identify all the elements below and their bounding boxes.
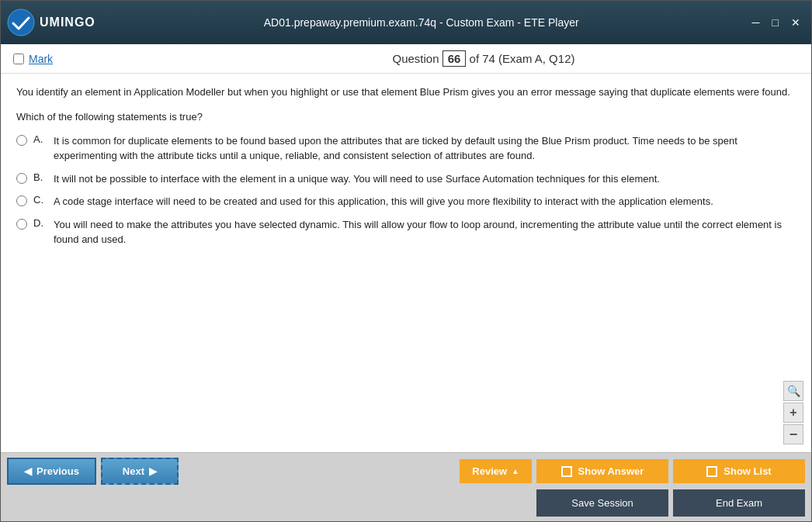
bottom-bar: ◀ Previous Next ▶ Review ▲ Show Answer xyxy=(1,452,811,521)
minimize-button[interactable]: ─ xyxy=(748,15,765,30)
option-row-c: C. A code stage interface will need to b… xyxy=(16,194,796,209)
question-of: of 74 (Exam A, Q12) xyxy=(470,52,575,65)
review-button[interactable]: Review ▲ xyxy=(460,459,532,483)
maximize-button[interactable]: □ xyxy=(768,15,783,30)
option-row-d: D. You will need to make the attributes … xyxy=(16,217,796,247)
next-arrow-icon: ▶ xyxy=(149,465,157,477)
option-text-c: A code stage interface will need to be c… xyxy=(54,194,713,209)
svg-point-0 xyxy=(8,9,34,36)
option-letter-d: D. xyxy=(33,217,47,229)
option-radio-a[interactable] xyxy=(16,135,27,146)
option-letter-a: A. xyxy=(33,133,47,145)
zoom-in-icon: + xyxy=(789,406,796,420)
save-session-button[interactable]: Save Session xyxy=(536,489,668,517)
show-list-label: Show List xyxy=(724,465,771,477)
show-list-checkbox-icon xyxy=(706,466,717,477)
option-row-a: A. It is common for duplicate elements t… xyxy=(16,133,796,164)
end-exam-button[interactable]: End Exam xyxy=(673,489,805,517)
window-title: AD01.prepaway.premium.exam.74q - Custom … xyxy=(95,16,748,29)
app-window: UMINGO AD01.prepaway.premium.exam.74q - … xyxy=(0,0,812,522)
bottom-row-1: ◀ Previous Next ▶ Review ▲ Show Answer xyxy=(7,458,805,485)
titlebar: UMINGO AD01.prepaway.premium.exam.74q - … xyxy=(1,1,811,44)
question-text-main: You identify an element in Application M… xyxy=(16,85,796,100)
zoom-in-button[interactable]: + xyxy=(783,403,803,423)
option-text-b: It will not be possible to interface wit… xyxy=(54,171,660,187)
window-controls: ─ □ ✕ xyxy=(748,15,805,30)
question-label: Question xyxy=(393,52,439,65)
next-label: Next xyxy=(123,465,144,477)
mark-checkbox[interactable] xyxy=(13,54,24,64)
option-letter-c: C. xyxy=(33,194,47,206)
close-button[interactable]: ✕ xyxy=(786,15,805,30)
previous-button[interactable]: ◀ Previous xyxy=(7,458,96,485)
previous-label: Previous xyxy=(36,465,79,477)
search-icon: 🔍 xyxy=(787,385,800,397)
question-body: You identify an element in Application M… xyxy=(1,74,811,452)
option-radio-c[interactable] xyxy=(16,195,27,206)
question-prompt: Which of the following statements is tru… xyxy=(16,111,796,123)
option-radio-d[interactable] xyxy=(16,219,27,230)
option-text-a: It is common for duplicate elements to b… xyxy=(54,133,796,164)
logo-icon xyxy=(7,9,35,36)
zoom-out-icon: − xyxy=(789,427,798,443)
question-header: Mark Question 66 of 74 (Exam A, Q12) xyxy=(1,44,811,74)
question-number: 66 xyxy=(442,50,467,67)
options-list: A. It is common for duplicate elements t… xyxy=(16,133,796,247)
zoom-out-button[interactable]: − xyxy=(783,424,803,444)
zoom-controls: 🔍 + − xyxy=(783,381,803,444)
review-dropdown-icon: ▲ xyxy=(512,467,519,475)
option-radio-b[interactable] xyxy=(16,173,27,184)
option-text-d: You will need to make the attributes you… xyxy=(54,217,796,247)
search-button[interactable]: 🔍 xyxy=(783,381,803,401)
logo-area: UMINGO xyxy=(7,9,95,36)
option-row-b: B. It will not be possible to interface … xyxy=(16,171,796,187)
logo-text: UMINGO xyxy=(40,16,95,29)
next-button[interactable]: Next ▶ xyxy=(101,458,179,485)
option-letter-b: B. xyxy=(33,171,47,183)
show-answer-checkbox-icon xyxy=(561,466,572,477)
bottom-row-2: Save Session End Exam xyxy=(7,489,805,517)
content-area: Mark Question 66 of 74 (Exam A, Q12) You… xyxy=(1,44,811,521)
question-info: Question 66 of 74 (Exam A, Q12) xyxy=(168,50,799,67)
mark-label[interactable]: Mark xyxy=(29,53,53,65)
previous-arrow-icon: ◀ xyxy=(24,465,32,477)
show-list-button[interactable]: Show List xyxy=(673,459,805,483)
review-label: Review xyxy=(472,465,507,477)
mark-area: Mark xyxy=(13,53,168,65)
show-answer-label: Show Answer xyxy=(578,465,644,477)
show-answer-button[interactable]: Show Answer xyxy=(536,459,668,483)
